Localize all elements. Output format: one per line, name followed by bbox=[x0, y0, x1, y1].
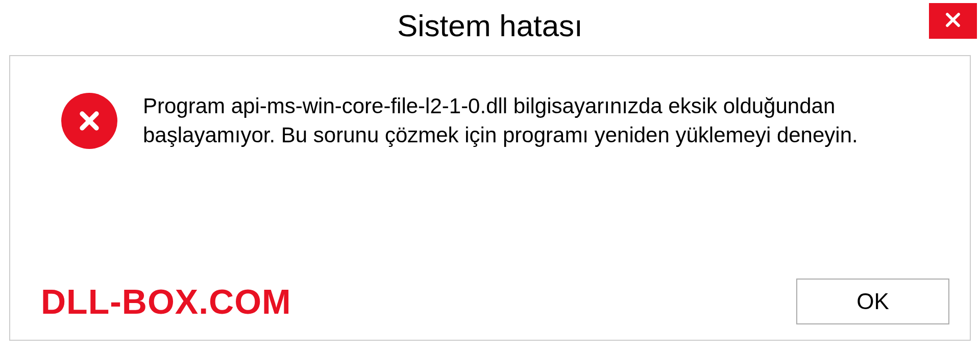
dialog-body: Program api-ms-win-core-file-l2-1-0.dll … bbox=[9, 55, 971, 341]
ok-button[interactable]: OK bbox=[796, 279, 949, 324]
ok-button-label: OK bbox=[856, 289, 889, 314]
dialog-message: Program api-ms-win-core-file-l2-1-0.dll … bbox=[143, 92, 909, 149]
dialog-footer: DLL-BOX.COM OK bbox=[10, 279, 970, 324]
message-row: Program api-ms-win-core-file-l2-1-0.dll … bbox=[10, 56, 970, 149]
close-icon bbox=[943, 10, 963, 32]
dialog-title: Sistem hatası bbox=[397, 8, 583, 43]
dialog-titlebar: Sistem hatası bbox=[0, 0, 980, 51]
error-icon bbox=[61, 93, 117, 149]
close-button[interactable] bbox=[929, 3, 977, 39]
watermark-text: DLL-BOX.COM bbox=[41, 282, 291, 321]
